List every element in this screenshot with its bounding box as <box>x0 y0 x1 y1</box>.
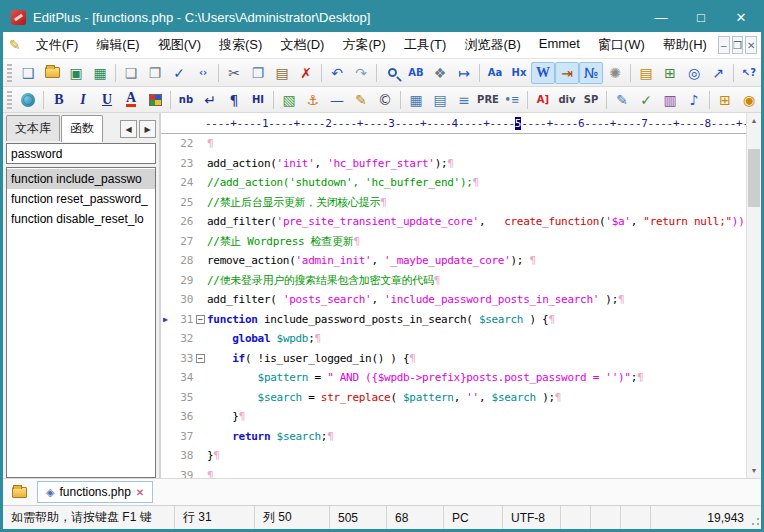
anchor-button[interactable]: ⚓ <box>301 89 325 111</box>
sidebar-tab-scroll-left-icon[interactable]: ◀ <box>120 120 137 138</box>
line-break-button[interactable]: ↵ <box>198 89 222 111</box>
menu-item-浏览器b[interactable]: 浏览器(B) <box>455 33 529 57</box>
table-cell-button[interactable]: ▤ <box>428 89 452 111</box>
underline-button[interactable]: U <box>95 89 119 111</box>
context-help-button[interactable]: ↖? <box>737 62 761 84</box>
view-in-browser-button[interactable]: ↗ <box>706 62 730 84</box>
comment-note-button[interactable]: ✎ <box>349 89 373 111</box>
code-line[interactable]: 36 }¶ <box>161 407 746 427</box>
mdi-close-button[interactable]: ✕ <box>745 36 757 54</box>
sidebar-tab-函数[interactable]: 函数 <box>61 115 103 142</box>
span-tag-button[interactable]: SP <box>579 89 603 111</box>
menu-item-帮助h[interactable]: 帮助(H) <box>654 33 716 57</box>
sidebar-tab-scroll-right-icon[interactable]: ▶ <box>139 120 156 138</box>
paragraph-button[interactable]: ¶ <box>222 89 246 111</box>
tab-list-button[interactable] <box>7 482 31 502</box>
maximize-button[interactable]: □ <box>681 3 721 32</box>
reload-as-html-button[interactable]: ‹› <box>191 62 215 84</box>
cliptext-window-button[interactable]: ▤ <box>634 62 658 84</box>
find-button[interactable] <box>380 62 404 84</box>
audio-button[interactable]: ♪ <box>682 89 706 111</box>
bold-button[interactable]: B <box>47 89 71 111</box>
code-line[interactable]: 29//使未登录用户的搜索结果包含加密文章的代码¶ <box>161 271 746 291</box>
auto-indent-button[interactable]: ⇥ <box>555 62 579 84</box>
toolbar-grip[interactable] <box>7 64 12 82</box>
replace-button[interactable]: AB <box>404 62 428 84</box>
font-tag-button[interactable]: A] <box>531 89 555 111</box>
code-line[interactable]: 32 global $wpdb;¶ <box>161 329 746 349</box>
code-line[interactable]: 27//禁止 Wordpress 检查更新¶ <box>161 232 746 252</box>
menu-item-文档d[interactable]: 文档(D) <box>271 33 333 57</box>
code-fold-toggle[interactable]: − <box>193 310 207 330</box>
function-list-item[interactable]: function include_passwo <box>7 169 155 189</box>
code-line[interactable]: 23add_action('init', 'hc_buffer_start');… <box>161 154 746 174</box>
script-check-button[interactable]: ✓ <box>634 89 658 111</box>
code-area[interactable]: 22¶23add_action('init', 'hc_buffer_start… <box>161 134 746 478</box>
mdi-minimize-button[interactable]: – <box>718 36 730 54</box>
cut-button[interactable]: ✂ <box>222 62 246 84</box>
code-line[interactable]: 25//禁止后台显示更新，关闭核心提示¶ <box>161 193 746 213</box>
tab-close-icon[interactable]: ✕ <box>136 487 144 498</box>
center-text-button[interactable]: ≡ <box>452 89 476 111</box>
fold-minus-icon[interactable]: − <box>196 354 205 363</box>
scroll-up-icon[interactable]: ▲ <box>747 113 761 128</box>
paste-button[interactable]: ▤ <box>270 62 294 84</box>
preferences-button[interactable]: ✺ <box>603 62 627 84</box>
scrollbar-thumb[interactable] <box>748 149 760 207</box>
browser-button[interactable] <box>16 89 40 111</box>
code-line[interactable]: 38}¶ <box>161 446 746 466</box>
go-to-line-button[interactable]: ↦ <box>452 62 476 84</box>
mdi-restore-button[interactable]: ❐ <box>732 36 744 54</box>
title-bar[interactable]: EditPlus - [functions.php - C:\Users\Adm… <box>3 3 761 32</box>
code-line[interactable]: 26add_filter('pre_site_transient_update_… <box>161 212 746 232</box>
save-button[interactable]: ▣ <box>64 62 88 84</box>
code-line[interactable]: 39¶ <box>161 466 746 479</box>
menu-item-编辑e[interactable]: 编辑(E) <box>87 33 148 57</box>
document-window-button[interactable]: ⊞ <box>658 62 682 84</box>
spell-check-button[interactable]: ✓ <box>167 62 191 84</box>
code-fold-toggle[interactable]: − <box>193 349 207 369</box>
special-characters-button[interactable]: © <box>373 89 397 111</box>
function-list-item[interactable]: function reset_password_ <box>7 189 155 209</box>
code-line[interactable]: 24//add_action('shutdown', 'hc_buffer_en… <box>161 173 746 193</box>
horizontal-rule-button[interactable]: — <box>325 89 349 111</box>
toolbar-grip[interactable] <box>7 91 12 109</box>
form-input-button[interactable]: ⊞ <box>713 89 737 111</box>
hex-view-button[interactable]: Hx <box>507 62 531 84</box>
undo-button[interactable]: ↶ <box>325 62 349 84</box>
table-button[interactable]: ▦ <box>404 89 428 111</box>
match-case-button[interactable]: Aa <box>483 62 507 84</box>
line-numbers-button[interactable]: № <box>579 62 603 84</box>
redo-button[interactable]: ↷ <box>349 62 373 84</box>
italic-button[interactable]: I <box>71 89 95 111</box>
sidebar-tab-文本库[interactable]: 文本库 <box>6 115 60 141</box>
media-button[interactable]: ▥ <box>658 89 682 111</box>
editor-pane[interactable]: ----+----1----+----2----+----3----+----4… <box>161 113 761 478</box>
list-button[interactable]: •≡ <box>500 89 524 111</box>
form-radio-button[interactable]: ◉ <box>737 89 761 111</box>
menu-item-方案p[interactable]: 方案(P) <box>333 33 394 57</box>
menu-item-emmet[interactable]: Emmet <box>530 33 589 57</box>
print-button[interactable]: ❐ <box>143 62 167 84</box>
minimize-button[interactable]: — <box>641 3 681 32</box>
image-button[interactable]: ▧ <box>277 89 301 111</box>
menu-item-文件f[interactable]: 文件(F) <box>27 33 88 57</box>
preformatted-button[interactable]: PRE <box>476 89 500 111</box>
font-color-button[interactable]: A <box>119 89 143 111</box>
code-line[interactable]: 30add_filter( 'posts_search', 'include_p… <box>161 290 746 310</box>
div-tag-button[interactable]: div <box>555 89 579 111</box>
function-list-item[interactable]: function disable_reset_lo <box>7 209 155 229</box>
code-line[interactable]: 33− if( !is_user_logged_in() ) {¶ <box>161 349 746 369</box>
find-in-files-button[interactable]: ❖ <box>428 62 452 84</box>
code-line[interactable]: 28remove_action('admin_init', '_maybe_up… <box>161 251 746 271</box>
save-all-button[interactable]: ▦ <box>88 62 112 84</box>
word-wrap-button[interactable]: W <box>531 62 555 84</box>
copy-button[interactable]: ❐ <box>246 62 270 84</box>
nonbreaking-space-button[interactable]: nb <box>174 89 198 111</box>
document-tab-functions-php[interactable]: ◈ functions.php ✕ <box>37 481 153 503</box>
code-line[interactable]: 35 $search = str_replace( $pattern, '', … <box>161 388 746 408</box>
delete-button[interactable]: ✗ <box>294 62 318 84</box>
vertical-scrollbar[interactable]: ▲ ▼ <box>746 113 761 478</box>
code-line[interactable]: 22¶ <box>161 134 746 154</box>
new-document-button[interactable]: ❑ <box>16 62 40 84</box>
